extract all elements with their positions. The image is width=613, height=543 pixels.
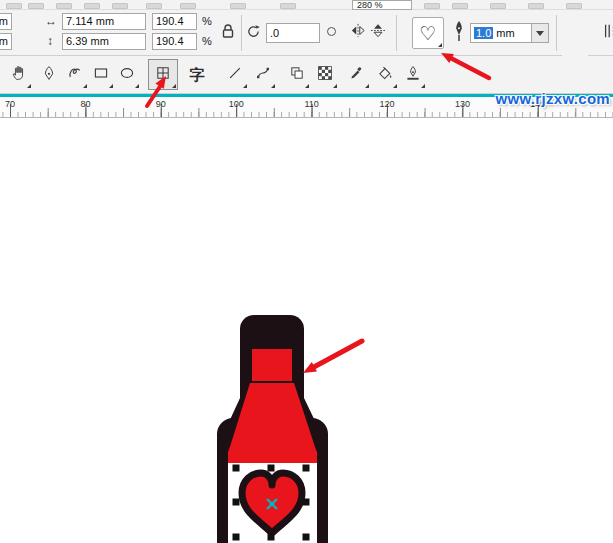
mirror-vertical-button[interactable] [368, 22, 387, 43]
tool-eyedropper[interactable] [344, 60, 370, 89]
tool-graph-paper[interactable] [148, 59, 178, 90]
tool-pattern-fill[interactable] [312, 60, 338, 89]
selection-handle[interactable] [303, 465, 310, 472]
rotate-icon [245, 23, 262, 44]
separator [396, 15, 397, 51]
toolbar-icon-partial [112, 3, 128, 9]
toolbar-icon-partial [452, 3, 468, 9]
toolbar-icon-partial [6, 3, 22, 9]
object-height-field[interactable]: 6.39 mm [62, 33, 146, 50]
tool-pan[interactable] [6, 60, 32, 89]
tool-shape-ops[interactable] [284, 60, 310, 89]
toolbar-icon-partial [146, 3, 162, 9]
zoom-level-value: 280 % [357, 0, 383, 10]
property-bar: m m ↔ ↕ 7.114 mm 6.39 mm 190.4 190.4 % %… [0, 10, 613, 56]
list-options-icon [602, 22, 613, 44]
checkerboard-icon [317, 65, 333, 85]
graph-paper-icon [155, 65, 171, 85]
object-position-x-field[interactable]: m [0, 13, 12, 30]
bezier-curve-icon [255, 65, 271, 85]
paint-bucket-icon [377, 65, 393, 85]
tool-line[interactable] [222, 60, 248, 89]
object-height-icon: ↕ [47, 34, 53, 48]
tool-fill[interactable] [372, 60, 398, 89]
tool-ellipse[interactable] [114, 60, 140, 89]
heart-shape-icon: ♡ [419, 22, 436, 45]
scale-unit-label: % [202, 15, 212, 27]
tool-pen[interactable] [36, 60, 62, 89]
eyedropper-icon [349, 65, 365, 85]
lock-ratio-button[interactable] [218, 22, 238, 44]
clipped-toolbar-button[interactable] [598, 20, 613, 46]
mirror-horizontal-button[interactable] [348, 22, 367, 43]
ruler-label: 100 [229, 99, 244, 109]
selection-handle[interactable] [233, 499, 240, 506]
scale-horizontal-field[interactable]: 190.4 [152, 13, 197, 30]
outline-width-value: 1.0 [474, 27, 493, 39]
selection-handle[interactable] [303, 499, 310, 506]
tool-bezier[interactable] [250, 60, 276, 89]
overlap-rects-icon [289, 65, 305, 85]
selection-handle[interactable] [233, 465, 240, 472]
basic-shape-picker-button[interactable]: ♡ [412, 17, 444, 49]
toolbar-icon-partial [230, 3, 246, 9]
mirror-vertical-icon [370, 23, 386, 42]
chevron-down-icon [536, 31, 544, 40]
toolbar-icon-partial [424, 3, 440, 9]
zoom-level-combo[interactable]: 280 % [352, 0, 412, 10]
ellipse-icon [119, 65, 135, 85]
freehand-curve-icon [67, 65, 83, 85]
object-width-field[interactable]: 7.114 mm [62, 13, 146, 30]
bottle-body-red[interactable] [228, 451, 317, 465]
ruler-label: 110 [304, 99, 318, 109]
toolbar-icon-partial [490, 3, 506, 9]
ruler-label: 90 [156, 99, 166, 109]
object-width-icon: ↔ [45, 14, 57, 28]
bottle-cap-band[interactable] [252, 349, 292, 381]
degree-icon [327, 27, 336, 36]
toolbar-icon-partial [528, 3, 544, 9]
watermark: www.rjzxw.com [496, 90, 610, 107]
tool-text[interactable]: 字 [184, 60, 210, 89]
object-position-y-field[interactable]: m [0, 33, 12, 50]
ruler-label: 120 [379, 99, 394, 109]
drawing-canvas[interactable] [0, 118, 613, 543]
text-tool-icon: 字 [190, 67, 205, 82]
coreldraw-window: 280 % m m ↔ ↕ 7.114 mm 6.39 mm 190.4 190… [0, 0, 613, 543]
rectangle-icon [93, 65, 109, 85]
outline-pen-tool-icon [405, 65, 421, 85]
separator [556, 15, 557, 51]
toolbar-icon-partial [56, 3, 72, 9]
ruler-label: 130 [455, 99, 470, 109]
line-icon [227, 65, 243, 85]
selection-handle[interactable] [268, 465, 275, 472]
ruler-label: 80 [80, 99, 90, 109]
toolbar-icon-partial [180, 3, 196, 9]
tool-rectangle[interactable] [88, 60, 114, 89]
toolbar-icon-partial [280, 3, 296, 9]
mirror-horizontal-icon [350, 23, 366, 42]
tool-freehand[interactable] [62, 60, 88, 89]
toolbar-icon-partial [566, 3, 582, 9]
outline-width-field[interactable]: 1.0mm [470, 23, 532, 43]
scale-unit-label: % [202, 35, 212, 47]
toolbar-icon-partial [84, 3, 100, 9]
selection-handle[interactable] [268, 534, 275, 541]
outline-pen-icon [453, 20, 465, 48]
pen-nib-icon [41, 65, 57, 85]
bottle-artwork[interactable] [195, 303, 375, 543]
hand-icon [11, 64, 28, 85]
scale-vertical-field[interactable]: 190.4 [152, 33, 197, 50]
rotation-angle-field[interactable]: .0 [266, 23, 320, 43]
outline-width-dropdown-button[interactable] [531, 23, 549, 43]
separator [241, 15, 242, 51]
toolbar-icon-partial [28, 3, 44, 9]
lock-icon [221, 23, 235, 43]
ruler-label: 70 [5, 99, 15, 109]
selection-handle[interactable] [233, 534, 240, 541]
standard-toolbar-partial: 280 % [0, 0, 613, 10]
toolbox: 字 [0, 56, 613, 94]
outline-width-unit: mm [496, 27, 514, 39]
tool-outline[interactable] [400, 60, 426, 89]
selection-handle[interactable] [303, 534, 310, 541]
